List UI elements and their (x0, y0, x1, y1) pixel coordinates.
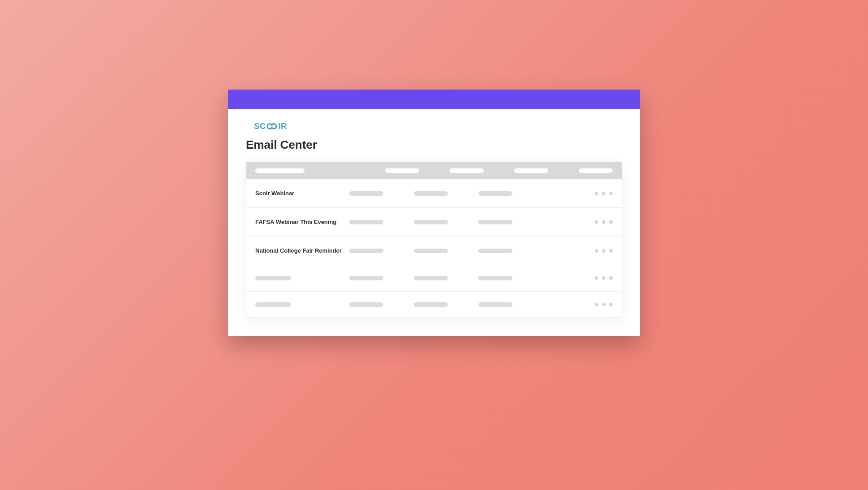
cell-placeholder (478, 302, 512, 307)
row-title: National College Fair Reminder (255, 247, 349, 254)
cell-placeholder (414, 220, 448, 224)
more-icon (609, 220, 613, 224)
table-row[interactable] (246, 291, 622, 318)
cell-placeholder (414, 249, 448, 253)
more-icon (595, 303, 598, 306)
row-columns (349, 220, 512, 224)
cell-placeholder (478, 191, 512, 196)
placeholder-text (255, 276, 291, 280)
app-window: SC IR Email Center Scoir WebinarFAFSA We… (228, 90, 640, 336)
row-title: FAFSA Webinar This Evening (255, 219, 349, 225)
content-area: SC IR Email Center Scoir WebinarFAFSA We… (228, 109, 640, 336)
more-icon (595, 249, 598, 253)
cell-placeholder (478, 249, 512, 253)
cell-placeholder (478, 276, 512, 280)
top-bar (228, 90, 640, 109)
more-icon (595, 220, 598, 224)
more-icon (609, 249, 613, 253)
more-icon (609, 276, 613, 280)
table-row[interactable]: Scoir Webinar (246, 179, 622, 207)
row-actions-menu[interactable] (595, 192, 613, 195)
email-table: Scoir WebinarFAFSA Webinar This EveningN… (246, 162, 622, 318)
page-title: Email Center (246, 138, 622, 152)
row-columns (349, 191, 512, 196)
more-icon (595, 192, 598, 195)
cell-placeholder (349, 249, 383, 253)
row-title: Scoir Webinar (255, 190, 349, 197)
more-icon (602, 276, 606, 280)
row-title (255, 302, 349, 307)
row-actions-menu[interactable] (595, 303, 613, 306)
table-row[interactable] (246, 265, 622, 291)
row-actions-menu[interactable] (595, 220, 613, 224)
cell-placeholder (478, 220, 512, 224)
row-columns (349, 302, 512, 307)
more-icon (609, 192, 613, 195)
header-col-placeholder (255, 168, 305, 173)
table-row[interactable]: National College Fair Reminder (246, 236, 622, 265)
header-col-placeholder (514, 168, 548, 173)
cell-placeholder (414, 276, 448, 280)
header-col-placeholder (385, 168, 419, 173)
row-columns (349, 249, 512, 253)
placeholder-text (255, 302, 291, 307)
more-icon (602, 192, 606, 195)
brand-logo: SC IR (254, 121, 292, 132)
more-icon (595, 276, 598, 280)
cell-placeholder (349, 302, 383, 307)
svg-text:SC: SC (254, 122, 266, 131)
table-header (246, 162, 622, 179)
table-body: Scoir WebinarFAFSA Webinar This EveningN… (246, 179, 622, 318)
row-actions-menu[interactable] (595, 276, 613, 280)
cell-placeholder (349, 191, 383, 196)
cell-placeholder (414, 302, 448, 307)
scoir-logo-icon: SC IR (254, 121, 292, 132)
cell-placeholder (349, 220, 383, 224)
cell-placeholder (349, 276, 383, 280)
cell-placeholder (414, 191, 448, 196)
table-row[interactable]: FAFSA Webinar This Evening (246, 207, 622, 236)
more-icon (602, 249, 606, 253)
svg-text:IR: IR (278, 122, 287, 131)
row-title (255, 276, 349, 280)
more-icon (609, 303, 613, 306)
row-actions-menu[interactable] (595, 249, 613, 253)
header-col-placeholder (579, 168, 613, 173)
more-icon (602, 303, 606, 306)
row-columns (349, 276, 512, 280)
more-icon (602, 220, 606, 224)
header-col-placeholder (450, 168, 484, 173)
